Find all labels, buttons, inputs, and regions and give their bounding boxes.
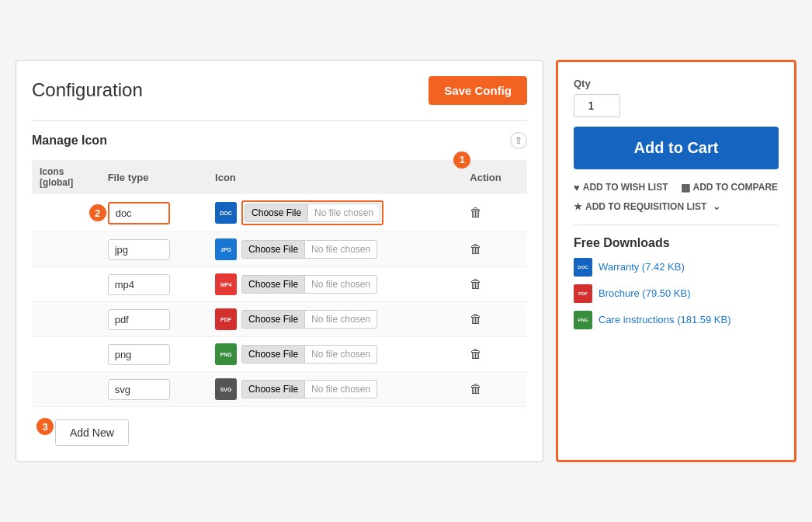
action-cell: 🗑 <box>462 267 527 302</box>
table-row: MP4Choose FileNo file chosen🗑 <box>32 267 527 302</box>
svg-icon: SVG <box>215 378 237 400</box>
doc-icon: DOC <box>215 202 237 224</box>
jpg-icon: JPG <box>215 238 237 260</box>
pdf-icon: PDF <box>215 308 237 330</box>
badge-2: 2 <box>89 204 106 221</box>
add-new-wrapper: 3 Add New <box>55 407 129 446</box>
file-type-input[interactable] <box>108 274 170 295</box>
action-links: ♥ ADD TO WISH LIST ▩ ADD TO COMPARE <box>574 182 779 193</box>
file-input-wrapper: Choose FileNo file chosen <box>241 345 377 364</box>
action-cell: 🗑 <box>462 232 527 267</box>
file-type-input[interactable] <box>108 309 170 330</box>
table-row: JPGChoose FileNo file chosen🗑 <box>32 232 527 267</box>
file-input-wrapper: Choose FileNo file chosen <box>241 310 377 329</box>
download-item-care[interactable]: PNGCare instructions (181.59 KB) <box>574 311 779 329</box>
file-input-wrapper: Choose FileNo file chosen <box>241 240 377 259</box>
delete-button[interactable]: 🗑 <box>470 382 482 396</box>
action-cell: 🗑 <box>462 194 527 232</box>
brochure-icon: PDF <box>574 284 592 303</box>
file-type-cell <box>100 372 207 407</box>
header-icons: Icons [global] <box>32 160 100 195</box>
no-file-label: No file chosen <box>305 380 377 398</box>
file-type-input[interactable] <box>108 379 170 400</box>
collapse-icon[interactable]: ⇧ <box>510 132 527 149</box>
warranty-icon: DOC <box>574 258 592 277</box>
badge-3: 3 <box>36 418 54 435</box>
config-panel: Configuration Save Config Manage Icon ⇧ … <box>16 60 543 463</box>
main-container: Configuration Save Config Manage Icon ⇧ … <box>16 60 796 463</box>
choose-file-button[interactable]: Choose File <box>245 204 308 222</box>
delete-button[interactable]: 🗑 <box>470 347 482 361</box>
icon-table: Icons [global] File type Icon 1 Action 2… <box>32 160 527 408</box>
manage-icon-section: Manage Icon ⇧ Icons [global] File type I… <box>32 120 527 447</box>
delete-button[interactable]: 🗑 <box>470 206 482 220</box>
icons-cell <box>32 267 100 302</box>
icon-cell: JPGChoose FileNo file chosen <box>207 232 462 267</box>
badge-1: 1 <box>453 151 470 169</box>
brochure-link[interactable]: Brochure (79.50 KB) <box>599 287 691 299</box>
choose-file-button[interactable]: Choose File <box>241 345 305 364</box>
care-icon: PNG <box>574 311 592 329</box>
file-input-wrapper: Choose FileNo file chosen <box>241 200 383 225</box>
no-file-label: No file chosen <box>305 345 377 364</box>
png-icon: PNG <box>215 343 237 365</box>
choose-file-button[interactable]: Choose File <box>241 240 305 259</box>
config-header: Configuration Save Config <box>32 76 527 105</box>
heart-icon: ♥ <box>574 182 580 193</box>
icon-cell: SVGChoose FileNo file chosen <box>207 372 462 407</box>
table-row: PNGChoose FileNo file chosen🗑 <box>32 337 527 372</box>
header-action: Action <box>462 160 527 195</box>
cart-panel: Qty Add to Cart ♥ ADD TO WISH LIST ▩ ADD… <box>556 60 796 463</box>
choose-file-button[interactable]: Choose File <box>241 275 305 294</box>
icons-cell <box>32 337 100 372</box>
icon-cell: DOCChoose FileNo file chosen <box>207 194 462 232</box>
choose-file-button[interactable]: Choose File <box>241 310 305 329</box>
file-type-cell <box>100 267 207 302</box>
requisition-link[interactable]: ★ ADD TO REQUISITION LIST ⌄ <box>574 201 779 212</box>
no-file-label: No file chosen <box>305 240 377 259</box>
table-row: SVGChoose FileNo file chosen🗑 <box>32 372 527 407</box>
icon-cell: PDFChoose FileNo file chosen <box>207 302 462 337</box>
no-file-label: No file chosen <box>305 275 377 294</box>
warranty-link[interactable]: Warranty (7.42 KB) <box>599 261 685 273</box>
file-type-input[interactable] <box>108 239 170 260</box>
compare-icon: ▩ <box>681 182 690 193</box>
table-header-row: Icons [global] File type Icon 1 Action <box>32 160 527 195</box>
add-new-button[interactable]: Add New <box>55 419 129 446</box>
choose-file-button[interactable]: Choose File <box>241 380 305 398</box>
header-file-type: File type <box>100 160 207 195</box>
manage-icon-title: Manage Icon <box>32 134 107 148</box>
add-to-cart-button[interactable]: Add to Cart <box>574 127 779 169</box>
icon-cell: MP4Choose FileNo file chosen <box>207 267 462 302</box>
file-type-cell <box>100 337 207 372</box>
mp4-icon: MP4 <box>215 273 237 295</box>
qty-input[interactable] <box>574 94 620 117</box>
action-cell: 🗑 <box>462 372 527 407</box>
no-file-label: No file chosen <box>305 310 377 329</box>
icons-cell <box>32 232 100 267</box>
download-item-brochure[interactable]: PDFBrochure (79.50 KB) <box>574 284 779 303</box>
wish-list-link[interactable]: ♥ ADD TO WISH LIST <box>574 182 668 193</box>
care-link[interactable]: Care instructions (181.59 KB) <box>599 314 731 325</box>
header-icon: Icon 1 <box>207 160 462 195</box>
action-cell: 🗑 <box>462 337 527 372</box>
compare-link[interactable]: ▩ ADD TO COMPARE <box>681 182 779 193</box>
file-type-input[interactable] <box>108 202 170 224</box>
manage-icon-header: Manage Icon ⇧ <box>32 132 527 149</box>
icon-cell: PNGChoose FileNo file chosen <box>207 337 462 372</box>
config-title: Configuration <box>32 79 143 101</box>
delete-button[interactable]: 🗑 <box>470 312 482 326</box>
icons-cell <box>32 372 100 407</box>
save-config-button[interactable]: Save Config <box>429 76 527 105</box>
file-type-input[interactable] <box>108 344 170 365</box>
table-row: 2DOCChoose FileNo file chosen🗑 <box>32 194 527 232</box>
no-file-label: No file chosen <box>308 204 380 222</box>
free-downloads-title: Free Downloads <box>574 236 779 250</box>
delete-button[interactable]: 🗑 <box>470 277 482 291</box>
delete-button[interactable]: 🗑 <box>470 242 482 256</box>
file-input-wrapper: Choose FileNo file chosen <box>241 275 377 294</box>
download-item-warranty[interactable]: DOCWarranty (7.42 KB) <box>574 258 779 277</box>
file-input-wrapper: Choose FileNo file chosen <box>241 380 377 398</box>
action-cell: 🗑 <box>462 302 527 337</box>
free-downloads-section: Free Downloads DOCWarranty (7.42 KB)PDFB… <box>574 224 779 329</box>
